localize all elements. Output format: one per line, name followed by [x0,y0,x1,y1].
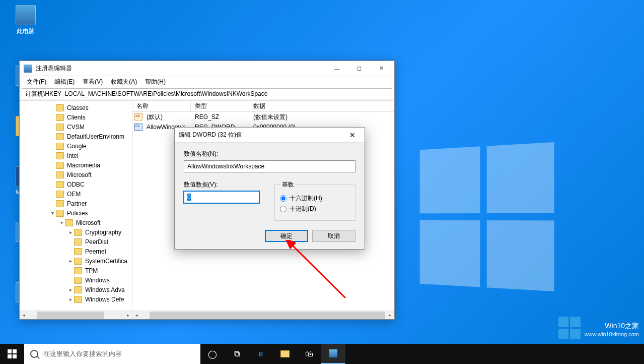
value-data-input[interactable] [184,191,259,203]
folder-icon [56,133,64,140]
tree-label: Partner [66,200,88,208]
tree-item[interactable]: Clients [20,112,132,122]
folder-icon [56,143,64,150]
dialog-title: 编辑 DWORD (32 位)值 [179,131,344,139]
explorer-taskbar[interactable] [273,344,297,364]
cortana-button[interactable]: ◯ [200,344,225,364]
watermark-suffix: 之家 [625,322,639,330]
window-title: 注册表编辑器 [36,64,326,73]
taskbar-search[interactable]: 在这里输入你要搜索的内容 [24,344,200,364]
menu-edit[interactable]: 编辑(E) [50,77,79,87]
maximize-button[interactable]: ◻ [348,62,370,76]
base-legend: 基数 [280,180,296,189]
base-fieldset: 基数 十六进制(H) 十进制(D) [274,180,355,221]
expand-icon[interactable]: ▸ [67,296,74,302]
tree-label: ODBC [66,180,86,189]
tree-item[interactable]: Microsoft [20,170,132,179]
tree-item[interactable]: Classes [20,103,132,112]
expand-icon[interactable]: ▸ [67,287,74,292]
expand-icon[interactable]: ▸ [67,229,74,235]
radio-hex-input[interactable] [280,195,287,202]
radio-dec-input[interactable] [280,206,287,212]
folder-icon [74,248,82,255]
tree-label: Classes [66,104,90,112]
value-type: REG_SZ [193,113,251,121]
menu-view[interactable]: 查看(V) [79,77,107,87]
tree-item[interactable]: DefaultUserEnvironm [20,132,132,141]
value-data: (数值未设置) [251,112,394,122]
start-button[interactable] [0,344,24,364]
tree-label: SystemCertifica [84,257,128,265]
tree-label: Policies [66,209,89,217]
tree-item[interactable]: Partner [20,199,132,208]
tree-label: TPM [84,267,99,275]
tree-item[interactable]: OEM [20,189,132,199]
watermark: Win10之家 www.win10xitong.com [558,317,639,339]
tree-item[interactable]: TPM [20,266,132,275]
windows-logo-wallpaper [420,142,554,291]
pc-icon [16,5,36,25]
expand-icon[interactable]: ▸ [67,258,74,264]
tree-item[interactable]: Peernet [20,247,132,256]
tree-item[interactable]: Macromedia [20,160,132,170]
tree-item[interactable]: ▸SystemCertifica [20,256,132,266]
menu-help[interactable]: 帮助(H) [141,77,170,87]
folder-icon [74,258,82,265]
tree-item[interactable]: ▾Policies [20,208,132,218]
col-type[interactable]: 类型 [191,101,249,112]
regedit-icon [24,65,32,73]
cancel-button[interactable]: 取消 [312,230,355,242]
edge-taskbar[interactable]: e [249,344,273,364]
tree-item[interactable]: PeerDist [20,237,132,247]
col-data[interactable]: 数据 [249,101,394,112]
tree-item[interactable]: Intel [20,151,132,160]
value-name: (默认) [145,112,193,122]
titlebar[interactable]: 注册表编辑器 — ◻ ✕ [20,61,394,76]
tree-panel[interactable]: ClassesClientsCVSMDefaultUserEnvironmGoo… [20,101,132,311]
tree-item[interactable]: ODBC [20,179,132,189]
values-scrollbar[interactable]: ◂▸ [132,311,394,319]
menubar: 文件(F) 编辑(E) 查看(V) 收藏夹(A) 帮助(H) [20,76,394,87]
regedit-taskbar[interactable] [321,344,345,364]
tree-item[interactable]: ▾Microsoft [20,218,132,227]
expand-icon[interactable]: ▾ [49,210,56,216]
folder-icon [74,238,82,246]
folder-icon [74,229,82,236]
folder-icon [56,181,64,188]
radio-dec[interactable]: 十进制(D) [280,205,350,213]
menu-file[interactable]: 文件(F) [23,77,50,87]
taskview-button[interactable]: ⧉ [225,344,249,364]
folder-icon [56,210,64,217]
edit-dword-dialog: 编辑 DWORD (32 位)值 ✕ 数值名称(N): 数值数据(V): 基数 … [174,127,365,250]
tree-scrollbar[interactable]: ◂▸ [20,311,132,319]
tree-item[interactable]: ▸Windows Defe [20,294,132,304]
folder-icon [56,191,64,198]
tree-item[interactable]: ▸Windows Adva [20,285,132,294]
folder-icon [74,296,82,303]
value-row[interactable]: (默认)REG_SZ(数值未设置) [132,112,394,122]
address-bar[interactable]: 计算机\HKEY_LOCAL_MACHINE\SOFTWARE\Policies… [22,88,392,99]
tree-item[interactable]: Google [20,141,132,151]
tree-label: Windows Adva [84,286,126,294]
store-taskbar[interactable]: 🛍 [297,344,321,364]
search-placeholder: 在这里输入你要搜索的内容 [43,349,122,358]
value-name-input[interactable] [184,160,355,172]
ok-button[interactable]: 确定 [265,230,308,242]
desktop-icon-this-pc[interactable]: 此电脑 [8,5,43,36]
radio-hex[interactable]: 十六进制(H) [280,194,350,203]
address-path: 计算机\HKEY_LOCAL_MACHINE\SOFTWARE\Policies… [25,90,267,98]
tree-item[interactable]: CVSM [20,122,132,132]
dialog-close-button[interactable]: ✕ [344,129,361,142]
expand-icon[interactable]: ▾ [58,220,65,225]
dialog-titlebar[interactable]: 编辑 DWORD (32 位)值 ✕ [175,128,365,143]
menu-favorites[interactable]: 收藏夹(A) [107,77,141,87]
close-button[interactable]: ✕ [370,62,392,76]
tree-label: Windows Defe [84,295,125,304]
watermark-logo-icon [558,317,581,339]
tree-item[interactable]: ▸Cryptography [20,227,132,237]
tree-label: DefaultUserEnvironm [66,133,125,141]
tree-item[interactable]: Windows [20,275,132,285]
tree-label: Google [66,142,88,150]
col-name[interactable]: 名称 [132,101,191,112]
minimize-button[interactable]: — [326,62,348,76]
